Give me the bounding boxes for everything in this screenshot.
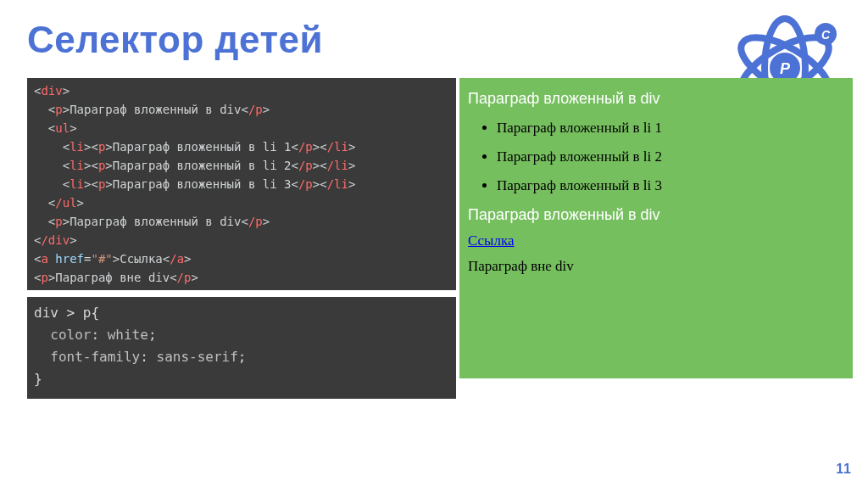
code-text: Параграф вложенный в li 2 [113,159,292,172]
tag: /p [248,215,263,228]
tag: /a [170,252,184,266]
right-column: Параграф вложенный в div Параграф вложен… [459,78,853,399]
css-value: white [108,327,148,343]
tag: /li [327,140,348,154]
list-item: Параграф вложенный в li 1 [497,120,844,137]
tag: p [98,177,105,191]
preview-paragraph: Параграф вложенный в div [468,206,844,224]
preview-list: Параграф вложенный в li 1 Параграф вложе… [497,120,844,194]
css-prop: font-family [50,349,140,365]
html-code-block: <div> <p>Параграф вложенный в div</p> <u… [27,78,456,290]
brace: { [91,305,99,321]
brace: } [34,371,42,387]
css-code-block: div > p{ color: white; font-family: sans… [27,297,456,399]
left-column: <div> <p>Параграф вложенный в div</p> <u… [27,78,456,399]
list-item: Параграф вложенный в li 3 [497,177,844,194]
render-preview: Параграф вложенный в div Параграф вложен… [459,78,853,378]
css-prop: color [50,327,91,343]
code-text: Параграф вложенный в div [70,103,241,116]
code-text: Параграф вложенный в div [70,215,241,228]
tag: li [70,177,84,191]
svg-text:C: C [821,28,831,42]
code-text: Параграф вложенный в li 3 [113,177,292,191]
preview-paragraph: Параграф вне div [468,258,844,275]
slide-title: Селектор детей [27,19,323,61]
tag: ul [55,121,70,135]
tag: p [98,140,105,154]
code-text: Параграф вне div [55,271,170,284]
page-number: 11 [836,462,851,477]
tag: /p [298,140,313,154]
preview-link[interactable]: Ссылка [468,232,844,249]
tag: /div [41,233,70,247]
code-text: Ссылка [120,252,163,266]
tag: /li [327,177,348,191]
attr: href [55,252,84,266]
tag: div [41,84,62,98]
code-text: Параграф вложенный в li 1 [113,140,292,154]
svg-text:P: P [780,60,791,77]
tag: /ul [55,196,76,210]
tag: li [70,159,84,172]
content-row: <div> <p>Параграф вложенный в div</p> <u… [27,78,853,399]
tag: /li [327,159,348,172]
tag: p [55,103,62,116]
tag: /p [248,103,263,116]
tag: /p [298,177,313,191]
tag: /p [177,271,192,284]
preview-paragraph: Параграф вложенный в div [468,90,844,108]
tag: p [98,159,105,172]
tag: li [70,140,84,154]
tag: a [41,252,47,266]
css-value: sans-serif [157,349,238,365]
tag: p [55,215,62,228]
list-item: Параграф вложенный в li 2 [497,148,844,165]
tag: /p [298,159,313,172]
tag: p [41,271,47,284]
css-selector: div > p [34,305,91,321]
attr-value: "#" [91,252,112,266]
